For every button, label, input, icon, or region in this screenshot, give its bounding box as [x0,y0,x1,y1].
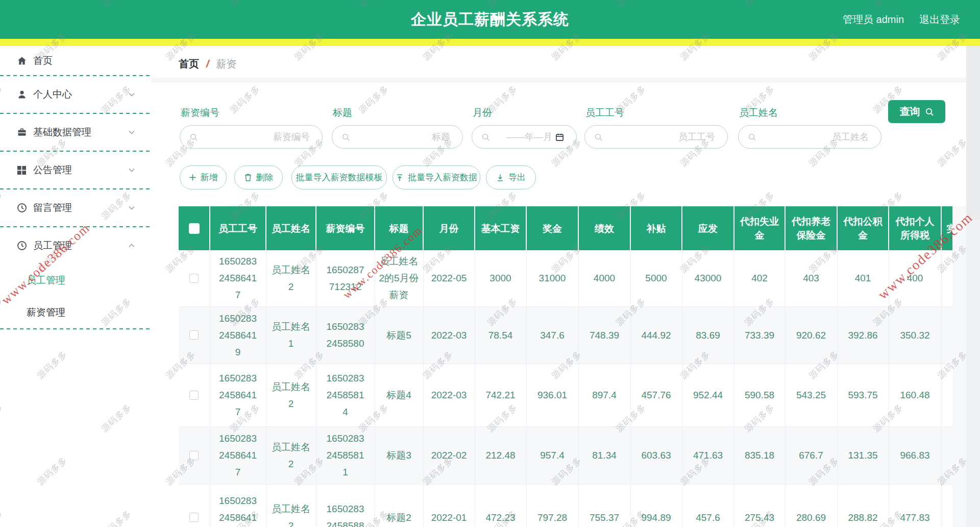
column-header-5: 基本工资 [475,206,526,250]
sidebar-item-label: 个人中心 [33,88,72,101]
cell-3-10: 835.18 [734,426,785,484]
sidebar-item-2[interactable]: 基础数据管理 [0,114,151,151]
cell-4-1: 员工姓名2 [266,484,316,527]
column-header-12: 代扣公积金 [837,206,889,250]
cell-3-0: 165028324586417 [210,426,266,484]
clock-icon [17,241,27,251]
input-placeholder: 薪资编号 [273,126,310,148]
input-placeholder: 标题 [432,126,450,148]
row-checkbox-cell [179,364,210,426]
filter-label: 标题 [333,106,352,119]
action-button-3[interactable]: 批量导入薪资数据 [393,165,480,189]
column-header-3: 标题 [375,206,423,250]
table-row-2[interactable]: 165028324586417员工姓名2165028324585814标题420… [179,364,952,426]
chevron-down-icon [128,90,136,99]
cell-2-8: 457.76 [630,364,682,426]
cell-1-5: 78.54 [475,306,526,364]
cell-2-3: 标题4 [375,364,423,426]
filter-label: 员工工号 [585,106,624,119]
breadcrumb: 首页 / 薪资 [179,57,237,71]
table-row-3[interactable]: 165028324586417员工姓名2165028324585811标题320… [179,426,952,484]
breadcrumb-home[interactable]: 首页 [179,57,199,71]
cell-3-2: 165028324585811 [316,426,375,484]
table-container: 员工工号员工姓名薪资编号标题月份基本工资奖金绩效补贴应发代扣失业金代扣养老保险金… [179,206,952,527]
cell-4-12: 288.82 [837,484,889,527]
cell-0-11: 403 [785,250,837,306]
action-button-0[interactable]: 新增 [180,165,227,189]
table-row-0[interactable]: 165028324586417员工姓名21650287712312员工姓名2的5… [179,250,952,306]
column-header-13: 代扣个人所得税 [889,206,941,250]
input-placeholder: ——年—月 [506,126,564,148]
row-checkbox[interactable] [189,391,199,400]
filter-group-4: 员工姓名员工姓名 [738,125,881,149]
row-checkbox[interactable] [189,274,199,283]
cell-1-13: 350.32 [889,306,941,364]
table-row-1[interactable]: 165028324586419员工姓名116502832458580标题5202… [179,306,952,364]
cell-0-0: 165028324586417 [210,250,266,306]
cell-4-10: 275.43 [734,484,785,527]
search-icon [189,133,198,141]
calendar-icon [555,133,564,141]
filter-input-2[interactable]: ——年—月 [472,125,577,149]
cell-4-3: 标题2 [375,484,423,527]
filter-label: 员工姓名 [739,106,778,119]
action-button-label: 删除 [256,172,274,183]
home-icon [17,56,27,66]
sidebar-item-1[interactable]: 个人中心 [0,76,151,113]
select-all-checkbox[interactable] [189,223,200,234]
admin-user-label[interactable]: 管理员 admin [843,13,904,27]
sidebar-item-4[interactable]: 留言管理 [0,189,151,226]
grid-icon [17,165,27,175]
column-header-10: 代扣失业金 [734,206,785,250]
salary-table: 员工工号员工姓名薪资编号标题月份基本工资奖金绩效补贴应发代扣失业金代扣养老保险金… [179,206,952,527]
sidebar-item-label: 留言管理 [33,201,72,214]
cell-3-8: 603.63 [630,426,682,484]
search-icon [594,133,603,141]
row-checkbox[interactable] [189,451,199,460]
filter-input-4[interactable]: 员工姓名 [738,125,881,149]
chevron-down-icon [128,204,136,212]
sidebar-subitem-5-1[interactable]: 薪资管理 [0,296,151,328]
sidebar-divider [0,328,151,329]
page-scrollbar[interactable] [966,46,980,527]
top-header-bar: 企业员工薪酬关系系统 管理员 admin 退出登录 [0,0,980,39]
action-button-2[interactable]: 批量导入薪资数据模板 [291,165,387,189]
cell-3-5: 212.48 [475,426,526,484]
sidebar-item-3[interactable]: 公告管理 [0,152,151,188]
action-button-4[interactable]: 导出 [486,165,536,189]
search-icon [341,133,350,141]
filter-input-0[interactable]: 薪资编号 [180,125,323,149]
action-button-1[interactable]: 删除 [234,165,283,189]
cell-4-11: 280.69 [785,484,837,527]
cell-0-1: 员工姓名2 [266,250,316,306]
breadcrumb-current: 薪资 [216,57,237,71]
filter-label: 薪资编号 [181,106,219,119]
sidebar-item-5[interactable]: 员工管理 [0,227,151,264]
row-checkbox-cell [179,250,210,306]
sidebar-item-0[interactable]: 首页 [0,46,151,75]
cell-4-13: 477.83 [889,484,941,527]
cell-1-12: 392.86 [837,306,889,364]
accent-divider [0,39,980,46]
search-button[interactable]: 查询 [888,100,945,123]
row-checkbox[interactable] [189,330,199,340]
cell-1-4: 2022-03 [423,306,475,364]
cell-3-7: 81.34 [578,426,630,484]
filter-group-2: 月份——年—月 [472,125,577,149]
cell-1-6: 347.6 [526,306,578,364]
filter-input-3[interactable]: 员工工号 [584,125,728,149]
cell-1-9: 83.69 [682,306,734,364]
cell-2-14 [941,364,952,426]
cell-3-13: 966.83 [889,426,941,484]
sidebar-item-label: 公告管理 [33,163,72,177]
cell-1-2: 16502832458580 [316,306,375,364]
sidebar-subitem-5-0[interactable]: 员工管理 [0,264,151,296]
row-checkbox[interactable] [189,513,199,522]
scrollbar-thumb[interactable] [966,46,980,220]
cell-3-6: 957.4 [526,426,578,484]
cell-0-13: 400 [889,250,941,306]
filter-input-1[interactable]: 标题 [332,125,463,149]
sidebar-item-label: 基础数据管理 [33,126,91,139]
table-row-4[interactable]: 165028324586417员工姓名216502832458588标题2202… [179,484,952,527]
logout-link[interactable]: 退出登录 [919,13,960,27]
